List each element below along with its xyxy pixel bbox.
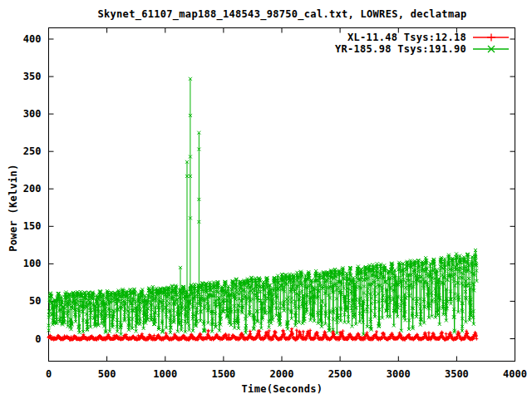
y-tick-label: 200 [23, 183, 42, 195]
plus-marker-icon [487, 34, 495, 42]
legend-item-yr: YR-185.98 Tsys:191.90 [335, 43, 510, 55]
y-tick-label: 250 [23, 145, 42, 157]
y-axis-title: Power (Kelvin) [7, 164, 19, 251]
red-line-plus-sample [472, 32, 510, 42]
x-tick-label: 2000 [270, 368, 294, 380]
legend-label-yr: YR-185.98 Tsys:191.90 [335, 43, 466, 55]
x-axis-title: Time(Seconds) [49, 383, 515, 395]
y-tick-label: 300 [23, 108, 42, 120]
y-tick-label: 0 [35, 333, 41, 345]
y-tick-label: 400 [23, 33, 42, 45]
legend-label-xl: XL-11.48 Tsys:12.18 [347, 32, 466, 43]
y-tick-label: 50 [29, 295, 41, 307]
x-tick-label: 4000 [503, 368, 527, 380]
x-tick-label: 2500 [328, 368, 352, 380]
plot-canvas: 0500100015002000250030003500400005010015… [0, 0, 532, 399]
x-tick-label: 1000 [153, 368, 177, 380]
legend: XL-11.48 Tsys:12.18 YR-185.98 Tsys:191.9… [335, 32, 510, 55]
y-tick-label: 100 [23, 258, 42, 269]
y-tick-label: 350 [23, 71, 42, 82]
x-tick-label: 500 [98, 368, 116, 380]
x-tick-label: 3500 [445, 368, 469, 380]
gnuplot-window: 0500100015002000250030003500400005010015… [0, 0, 532, 399]
green-line-cross-sample [472, 44, 510, 54]
x-tick-label: 3000 [387, 368, 411, 380]
x-tick-label: 1500 [211, 368, 235, 380]
chart-title: Skynet_61107_map188_148543_98750_cal.txt… [49, 8, 515, 20]
legend-item-xl: XL-11.48 Tsys:12.18 [335, 32, 510, 43]
y-tick-label: 150 [23, 220, 42, 232]
x-tick-label: 0 [46, 368, 52, 380]
